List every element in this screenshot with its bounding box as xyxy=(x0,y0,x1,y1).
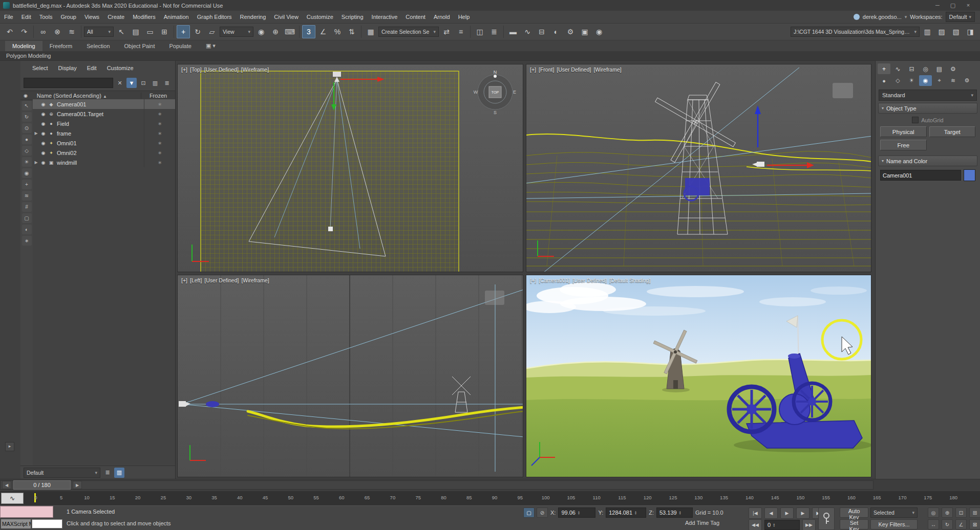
display-shapes-icon[interactable]: ◇ xyxy=(22,146,32,156)
go-to-start-button[interactable]: |◀ xyxy=(749,507,762,519)
select-and-rotate-icon[interactable]: ↻ xyxy=(191,25,204,38)
render-shade-icon[interactable]: ◨ xyxy=(964,25,977,38)
column-header-name[interactable]: Name (Sorted Ascending) ▲ xyxy=(37,93,141,99)
polygon-modeling-bar[interactable]: Polygon Modeling xyxy=(0,51,980,61)
track-bar-ruler[interactable]: ∿ 05101520253035404550556065707580859095… xyxy=(0,491,980,506)
explorer-menu-display[interactable]: Display xyxy=(54,65,81,71)
display-tab[interactable]: ▤ xyxy=(933,63,946,74)
hierarchy-tab[interactable]: ⊟ xyxy=(905,63,918,74)
viewport-label-left-part[interactable]: [Left] xyxy=(190,277,202,283)
list-item[interactable]: ▶◉▣windmill∗ xyxy=(33,158,175,167)
auto-key-button[interactable]: Auto Key xyxy=(840,507,868,518)
previous-frame-arrow[interactable]: ◀ xyxy=(2,481,11,489)
edit-named-selection-sets-icon[interactable]: ▦ xyxy=(364,25,377,38)
tab-populate[interactable]: Populate xyxy=(162,41,198,51)
viewport-front[interactable]: [+][Front][User Defined][Wireframe] xyxy=(526,64,871,272)
keyboard-shortcut-override-icon[interactable]: ⌨ xyxy=(283,25,296,38)
select-by-name-icon[interactable]: ▤ xyxy=(129,25,142,38)
mini-curve-editor-button[interactable]: ∿ xyxy=(1,493,24,504)
frozen-toggle-icon[interactable]: ∗ xyxy=(144,148,175,158)
zoom-icon[interactable]: ◎ xyxy=(928,507,939,518)
viewport-label-front-part[interactable]: [Front] xyxy=(539,67,554,73)
viewport-camera-canvas[interactable] xyxy=(526,275,871,477)
key-step-forward-button[interactable]: ▶▶ xyxy=(802,519,816,530)
visibility-eye-icon[interactable]: ◉ xyxy=(39,102,47,107)
frozen-toggle-icon[interactable]: ∗ xyxy=(144,158,175,167)
current-frame-field[interactable]: 0 xyxy=(764,520,800,530)
menu-item-civil-view[interactable]: Civil View xyxy=(270,11,302,23)
visibility-eye-icon[interactable]: ◉ xyxy=(39,131,47,136)
close-button[interactable]: × xyxy=(961,2,976,9)
explorer-settings-icon[interactable]: ▥ xyxy=(114,468,124,478)
zoom-all-icon[interactable]: ⊕ xyxy=(942,507,953,518)
time-slider-track[interactable] xyxy=(0,480,874,490)
field-of-view-icon[interactable]: ∠ xyxy=(955,519,967,529)
select-and-move-icon[interactable]: + xyxy=(177,25,190,38)
tab-freeform[interactable]: Freeform xyxy=(42,41,80,51)
spinner-arrows-icon[interactable] xyxy=(679,511,681,515)
frozen-toggle-icon[interactable]: ∗ xyxy=(144,128,175,138)
target-camera-button[interactable]: Target xyxy=(929,126,976,137)
material-editor-icon[interactable]: ◐ xyxy=(549,25,563,38)
unlink-selection-icon[interactable]: ⊗ xyxy=(51,25,64,38)
chevron-down-icon[interactable]: ▾ xyxy=(905,14,907,19)
key-filters-button[interactable]: Key Filters... xyxy=(870,519,918,529)
named-selection-sets-dropdown[interactable]: Create Selection Se▾ xyxy=(378,27,439,37)
lock-explorer-icon[interactable]: ⊡ xyxy=(138,78,148,88)
render-setup-icon[interactable]: ⚙ xyxy=(564,25,577,38)
menu-item-rendering[interactable]: Rendering xyxy=(236,11,270,23)
display-lights-icon[interactable]: ☀ xyxy=(22,157,32,167)
spacewarps-category-icon[interactable]: ≋ xyxy=(947,75,960,86)
display-bones-icon[interactable]: # xyxy=(22,202,32,212)
viewport-camera[interactable]: [+][Camera001][User Defined][Default Sha… xyxy=(526,275,871,477)
spinner-snap-icon[interactable]: ⇅ xyxy=(345,25,358,38)
window-crossing-icon[interactable]: ⊞ xyxy=(158,25,171,38)
play-button[interactable]: ▶ xyxy=(780,507,794,519)
schematic-view-icon[interactable]: ⊟ xyxy=(535,25,548,38)
display-cameras-icon[interactable]: ◉ xyxy=(22,168,32,178)
menu-item-help[interactable]: Help xyxy=(454,11,474,23)
pick-columns-icon[interactable]: ▥ xyxy=(150,78,160,88)
rectangular-selection-region-icon[interactable]: ▭ xyxy=(143,25,157,38)
rendered-frame-window-icon[interactable]: ▣ xyxy=(578,25,591,38)
maxscript-mini-listener[interactable] xyxy=(0,506,53,518)
time-slider-handle[interactable]: 0 / 180 xyxy=(13,480,71,490)
rollout-object-type-header[interactable]: ▾ Object Type xyxy=(878,103,977,114)
viewport-label-top-part[interactable]: [+] xyxy=(181,67,187,73)
zoom-extents-icon[interactable]: ⊡ xyxy=(955,507,967,518)
rollout-name-color-header[interactable]: ▾ Name and Color xyxy=(878,156,977,166)
selection-lock-toggle-icon[interactable]: ⊘ xyxy=(537,507,548,518)
maxscript-listener-input[interactable] xyxy=(32,519,62,528)
toggle-ribbon-icon[interactable]: ▬ xyxy=(506,25,520,38)
viewport-top-canvas[interactable]: N E S W TOP xyxy=(178,64,523,272)
viewport-label-top-part[interactable]: [User Defined] xyxy=(204,67,239,73)
create-tab[interactable]: + xyxy=(878,63,890,74)
object-name[interactable]: frame xyxy=(55,130,144,137)
utilities-tab[interactable]: ⚙ xyxy=(947,63,960,74)
set-keys-button[interactable] xyxy=(818,507,835,530)
object-name[interactable]: Omni02 xyxy=(55,150,144,156)
menu-item-modifiers[interactable]: Modifiers xyxy=(129,11,160,23)
curve-editor-icon[interactable]: ∿ xyxy=(521,25,534,38)
selection-filter-dropdown[interactable]: All▾ xyxy=(84,27,114,37)
display-frozen-icon[interactable]: ∗ xyxy=(22,236,32,246)
list-item[interactable]: ▶◉●frame∗ xyxy=(33,128,175,138)
menu-item-scripting[interactable]: Scripting xyxy=(337,11,368,23)
filter-funnel-icon[interactable]: ▼ xyxy=(126,78,137,88)
add-time-tag[interactable]: Add Time Tag xyxy=(685,520,719,526)
object-name[interactable]: Field xyxy=(55,121,144,127)
redo-icon[interactable]: ↷ xyxy=(17,25,31,38)
key-step-back-button[interactable]: ◀◀ xyxy=(749,519,762,530)
next-frame-button[interactable]: ▶ xyxy=(796,507,809,519)
menu-item-animation[interactable]: Animation xyxy=(160,11,193,23)
ribbon-layout-icon[interactable]: ▣ xyxy=(206,42,211,49)
menu-item-interactive[interactable]: Interactive xyxy=(368,11,402,23)
sync-selection-icon[interactable]: ↻ xyxy=(22,112,32,122)
bind-to-space-warp-icon[interactable]: ≋ xyxy=(65,25,78,38)
list-item[interactable]: ◉✦Omni01∗ xyxy=(33,138,175,148)
list-item[interactable]: ◉◆Camera001∗ xyxy=(33,99,175,109)
pick-parent-icon[interactable]: ⊙ xyxy=(22,123,32,133)
clear-search-icon[interactable]: ✕ xyxy=(115,78,125,88)
viewport-label-camera-part[interactable]: [+] xyxy=(530,277,536,283)
signed-in-user[interactable]: derek.goodso... xyxy=(863,14,902,20)
